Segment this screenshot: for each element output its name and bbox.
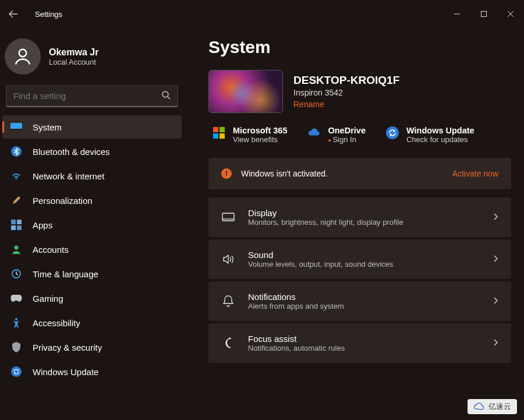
setting-sub: Notifications, automatic rules bbox=[248, 344, 345, 352]
sidebar-item-label: Accessibility bbox=[33, 318, 80, 328]
watermark: 亿速云 bbox=[468, 399, 517, 414]
minimize-button[interactable] bbox=[444, 5, 470, 23]
avatar bbox=[5, 38, 41, 75]
sidebar-item-label: Bluetooth & devices bbox=[33, 147, 110, 157]
person-icon bbox=[10, 243, 22, 255]
shield-icon bbox=[10, 341, 22, 353]
link-onedrive[interactable]: OneDrive Sign In bbox=[307, 126, 365, 144]
titlebar: Settings bbox=[0, 0, 524, 28]
sidebar-item-personalization[interactable]: Personalization bbox=[2, 189, 182, 212]
brush-icon bbox=[10, 195, 22, 206]
sidebar-item-bluetooth[interactable]: Bluetooth & devices bbox=[2, 140, 182, 163]
rename-link[interactable]: Rename bbox=[293, 100, 324, 109]
svg-point-5 bbox=[162, 91, 168, 97]
sidebar-item-time-language[interactable]: Time & language bbox=[2, 262, 182, 285]
sidebar-item-accounts[interactable]: Accounts bbox=[2, 238, 182, 261]
onedrive-icon bbox=[307, 126, 321, 140]
profile-account-type: Local Account bbox=[49, 58, 98, 66]
sidebar-item-gaming[interactable]: Gaming bbox=[2, 287, 182, 310]
chevron-right-icon bbox=[493, 338, 498, 348]
quick-links: Microsoft 365 View benefits OneDrive Sig… bbox=[208, 126, 511, 144]
gamepad-icon bbox=[10, 292, 22, 304]
link-title: Microsoft 365 bbox=[233, 126, 287, 135]
nav-list: System Bluetooth & devices Network & int… bbox=[2, 115, 182, 383]
setting-title: Notifications bbox=[248, 292, 344, 302]
device-name: DESKTOP-KROIQ1F bbox=[293, 74, 399, 87]
sidebar-item-label: Gaming bbox=[33, 294, 63, 303]
content-area: System DESKTOP-KROIQ1F Inspiron 3542 Ren… bbox=[186, 28, 524, 420]
moon-icon bbox=[221, 336, 235, 350]
device-info: DESKTOP-KROIQ1F Inspiron 3542 Rename bbox=[208, 70, 511, 113]
sidebar: Okemwa Jr Local Account System Bluetooth… bbox=[0, 28, 186, 420]
link-title: OneDrive bbox=[328, 126, 365, 135]
search-input[interactable] bbox=[13, 91, 161, 101]
svg-point-17 bbox=[15, 318, 17, 320]
link-microsoft365[interactable]: Microsoft 365 View benefits bbox=[212, 126, 287, 144]
sidebar-item-label: System bbox=[33, 122, 62, 132]
setting-title: Sound bbox=[248, 250, 393, 260]
desktop-wallpaper-thumb bbox=[208, 70, 283, 113]
sidebar-item-label: Windows Update bbox=[33, 367, 98, 377]
activation-message: Windows isn't activated. bbox=[241, 169, 328, 178]
svg-rect-12 bbox=[11, 225, 16, 230]
sidebar-item-label: Privacy & security bbox=[33, 343, 102, 352]
profile-name: Okemwa Jr bbox=[49, 47, 98, 58]
link-sub: Sign In bbox=[328, 135, 365, 144]
profile-section[interactable]: Okemwa Jr Local Account bbox=[2, 34, 182, 85]
setting-title: Display bbox=[248, 208, 403, 218]
chevron-right-icon bbox=[493, 255, 498, 264]
search-box[interactable] bbox=[6, 85, 178, 107]
svg-rect-10 bbox=[11, 220, 16, 224]
link-title: Windows Update bbox=[406, 126, 475, 135]
svg-point-4 bbox=[19, 50, 27, 57]
svg-point-19 bbox=[386, 126, 399, 139]
microsoft365-icon bbox=[212, 126, 226, 140]
link-sub: Check for updates bbox=[406, 135, 475, 144]
chevron-right-icon bbox=[493, 213, 498, 223]
bell-icon bbox=[221, 294, 235, 308]
sound-icon bbox=[221, 252, 235, 266]
setting-title: Focus assist bbox=[248, 334, 345, 344]
svg-rect-13 bbox=[17, 225, 22, 230]
back-button[interactable] bbox=[3, 4, 23, 24]
display-icon bbox=[221, 210, 235, 224]
update-icon bbox=[385, 126, 399, 140]
svg-rect-8 bbox=[10, 129, 22, 130]
sidebar-item-system[interactable]: System bbox=[2, 115, 182, 139]
watermark-text: 亿速云 bbox=[488, 401, 511, 412]
sidebar-item-label: Personalization bbox=[33, 196, 93, 206]
close-button[interactable] bbox=[497, 5, 524, 23]
sidebar-item-label: Network & internet bbox=[33, 171, 104, 181]
sidebar-item-apps[interactable]: Apps bbox=[2, 213, 182, 237]
chevron-right-icon bbox=[493, 297, 498, 306]
svg-rect-1 bbox=[481, 12, 487, 17]
activate-now-link[interactable]: Activate now bbox=[452, 169, 498, 178]
svg-rect-11 bbox=[17, 220, 22, 224]
apps-icon bbox=[10, 219, 22, 231]
link-windows-update[interactable]: Windows Update Check for updates bbox=[385, 126, 475, 144]
maximize-button[interactable] bbox=[470, 5, 497, 23]
svg-rect-20 bbox=[222, 213, 234, 221]
sidebar-item-network[interactable]: Network & internet bbox=[2, 164, 182, 188]
sidebar-item-accessibility[interactable]: Accessibility bbox=[2, 311, 182, 334]
window-title: Settings bbox=[35, 10, 62, 19]
globe-clock-icon bbox=[10, 268, 22, 280]
bluetooth-icon bbox=[10, 146, 22, 157]
page-title: System bbox=[208, 37, 511, 57]
update-icon bbox=[10, 366, 22, 377]
setting-sound[interactable]: Sound Volume levels, output, input, soun… bbox=[208, 239, 511, 279]
setting-notifications[interactable]: Notifications Alerts from apps and syste… bbox=[208, 281, 511, 321]
setting-display[interactable]: Display Monitors, brightness, night ligh… bbox=[208, 197, 511, 237]
warning-icon: ! bbox=[221, 168, 232, 179]
window-controls bbox=[444, 5, 524, 23]
sidebar-item-privacy[interactable]: Privacy & security bbox=[2, 336, 182, 359]
setting-focus-assist[interactable]: Focus assist Notifications, automatic ru… bbox=[208, 323, 511, 363]
sidebar-item-label: Accounts bbox=[33, 245, 69, 255]
system-icon bbox=[10, 121, 22, 133]
svg-point-14 bbox=[15, 246, 19, 250]
sidebar-item-windows-update[interactable]: Windows Update bbox=[2, 360, 182, 383]
sidebar-item-label: Apps bbox=[33, 220, 52, 230]
activation-banner: ! Windows isn't activated. Activate now bbox=[208, 158, 511, 189]
link-sub: View benefits bbox=[233, 135, 287, 144]
setting-sub: Monitors, brightness, night light, displ… bbox=[248, 218, 403, 227]
